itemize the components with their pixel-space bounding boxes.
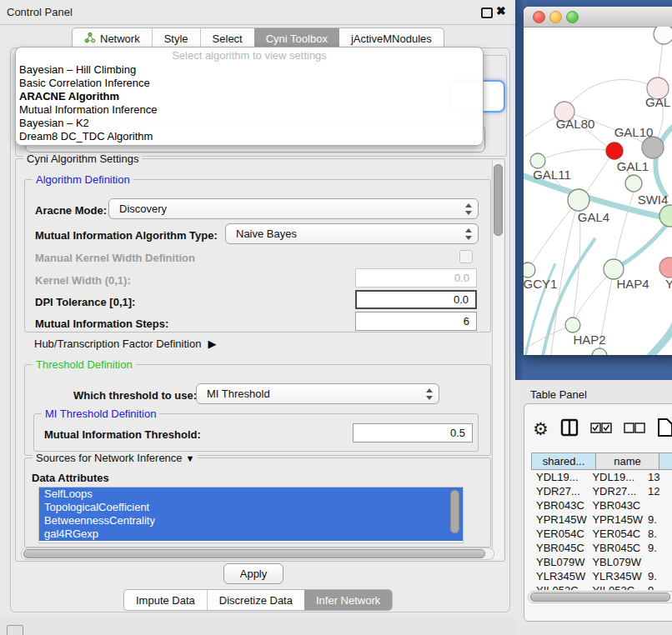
attributes-scrollbar-thumb[interactable] bbox=[450, 490, 459, 533]
cyni-bottom-tabbar: Impute DataDiscretize DataInfer Network bbox=[123, 589, 393, 611]
table-panel-title: Table Panel bbox=[530, 388, 587, 401]
aracne-mode-combo[interactable]: Discovery bbox=[108, 198, 479, 219]
window-title: Control Panel bbox=[7, 6, 73, 18]
tab-jactivemnodules[interactable]: jActiveMNodules bbox=[339, 28, 444, 48]
dropdown-option[interactable]: Bayesian – Hill Climbing bbox=[16, 63, 483, 77]
minimize-traffic-light-icon[interactable] bbox=[549, 11, 562, 23]
network-view-window: GALGAL80GAL10GAL1GAL11GAL4SWI4GCY1HAP4YH… bbox=[524, 7, 672, 355]
column-header-shared[interactable]: shared... bbox=[531, 452, 595, 470]
select-all-icon[interactable] bbox=[590, 422, 612, 437]
attribute-list-item[interactable]: TopologicalCoefficient bbox=[39, 501, 463, 514]
network-edge[interactable] bbox=[538, 149, 606, 161]
close-icon[interactable]: ✖ bbox=[496, 4, 506, 18]
table-cell: 13 bbox=[643, 470, 672, 484]
network-edge[interactable] bbox=[647, 323, 672, 355]
network-node-gal4[interactable] bbox=[568, 189, 589, 211]
settings-hscrollbar[interactable] bbox=[21, 548, 494, 560]
table-hscrollbar[interactable] bbox=[528, 591, 672, 603]
table-row[interactable]: YBR045CYBR045C9. bbox=[531, 541, 672, 555]
kernel-width-field[interactable]: 0.0 bbox=[355, 268, 477, 288]
table-header-row: shared...nameA bbox=[531, 452, 672, 470]
column-header-name[interactable]: name bbox=[595, 452, 659, 470]
tab-infer-network[interactable]: Infer Network bbox=[304, 590, 392, 610]
table-row[interactable]: YDR27...YDR27...12 bbox=[531, 484, 672, 498]
network-edge[interactable] bbox=[529, 200, 579, 269]
tab-impute-data[interactable]: Impute Data bbox=[124, 590, 207, 610]
manual-kernel-checkbox[interactable] bbox=[459, 250, 473, 263]
table-cell: YDL19... bbox=[531, 470, 587, 484]
attribute-list-item[interactable]: BetweennessCentrality bbox=[39, 514, 463, 528]
network-node-label: HAP2 bbox=[573, 332, 605, 347]
settings-scrollbar-thumb[interactable] bbox=[494, 164, 503, 236]
network-node-label: GCY1 bbox=[524, 277, 557, 291]
desktop-background: GALGAL80GAL10GAL1GAL11GAL4SWI4GCY1HAP4YH… bbox=[515, 0, 672, 380]
network-node[interactable] bbox=[654, 27, 672, 44]
tab-label: Style bbox=[164, 32, 188, 45]
network-node-gal10[interactable] bbox=[642, 137, 664, 158]
network-node-swi4[interactable] bbox=[659, 205, 672, 227]
dropdown-option[interactable]: ARACNE Algorithm bbox=[16, 90, 483, 103]
network-node-label: GAL bbox=[645, 95, 670, 109]
close-traffic-light-icon[interactable] bbox=[533, 11, 545, 23]
table-row[interactable]: YER054CYER054C8. bbox=[531, 527, 672, 541]
dropdown-option[interactable]: Mutual Information Inference bbox=[16, 103, 483, 117]
attribute-list-item[interactable]: gal4RGexp bbox=[39, 528, 463, 541]
table-cell bbox=[643, 555, 672, 569]
table-cell: YER054C bbox=[587, 527, 643, 541]
attribute-list-item[interactable]: SelfLoops bbox=[39, 488, 463, 501]
unselect-all-icon[interactable] bbox=[624, 422, 645, 437]
tab-cyni-toolbox[interactable]: Cyni Toolbox bbox=[254, 28, 339, 48]
table-row[interactable]: YPR145WYPR145W9. bbox=[531, 512, 672, 527]
zoom-traffic-light-icon[interactable] bbox=[566, 11, 579, 23]
data-attributes-list[interactable]: SelfLoopsTopologicalCoefficientBetweenne… bbox=[38, 487, 464, 543]
expand-right-icon: ▶ bbox=[208, 338, 216, 350]
network-node-y[interactable] bbox=[659, 258, 672, 278]
column-header-a[interactable]: A bbox=[659, 452, 672, 470]
dropdown-option[interactable]: Bayesian – K2 bbox=[16, 117, 483, 130]
sources-title-label: Sources for Network Inference bbox=[36, 452, 183, 464]
apply-button[interactable]: Apply bbox=[223, 563, 283, 584]
network-node-label: Y bbox=[665, 277, 672, 291]
settings-hscrollbar-thumb[interactable] bbox=[23, 549, 485, 558]
table-row[interactable]: YIL052CYIL052C9. bbox=[531, 583, 672, 590]
dropdown-option[interactable]: Basic Correlation Inference bbox=[16, 77, 483, 90]
settings-scrollbar[interactable] bbox=[492, 161, 504, 559]
table-row[interactable]: YDL19...YDL19...13 bbox=[531, 470, 672, 484]
table-cell: 8. bbox=[643, 527, 672, 541]
tab-discretize-data[interactable]: Discretize Data bbox=[207, 590, 304, 610]
network-edge[interactable] bbox=[655, 123, 672, 198]
mi-steps-field[interactable]: 6 bbox=[355, 312, 477, 331]
tab-select[interactable]: Select bbox=[200, 28, 254, 48]
network-window-titlebar[interactable] bbox=[524, 7, 672, 28]
network-canvas[interactable]: GALGAL80GAL10GAL1GAL11GAL4SWI4GCY1HAP4YH… bbox=[524, 27, 672, 355]
table-hscrollbar-thumb[interactable] bbox=[530, 592, 670, 602]
network-node-hap2[interactable] bbox=[565, 318, 580, 332]
network-node[interactable] bbox=[606, 142, 623, 159]
kernel-width-label: Kernel Width (0,1): bbox=[35, 274, 131, 287]
table-cell: YLR345W bbox=[587, 569, 643, 583]
network-node-gcy1[interactable] bbox=[524, 262, 535, 278]
network-node-gal1[interactable] bbox=[625, 175, 642, 192]
network-node[interactable] bbox=[592, 348, 607, 355]
new-table-icon[interactable] bbox=[657, 418, 672, 441]
table-cell: YDR27... bbox=[587, 484, 643, 498]
table-row[interactable]: YLR345WYLR345W9. bbox=[531, 569, 672, 583]
network-node-label: GAL80 bbox=[556, 117, 595, 131]
table-settings-gear-icon[interactable]: ⚙ bbox=[533, 420, 549, 438]
hub-definition-toggle[interactable]: Hub/Transcription Factor Definition▶ bbox=[34, 338, 216, 350]
dropdown-option[interactable]: Dream8 DC_TDC Algorithm bbox=[16, 130, 483, 143]
dpi-tolerance-field[interactable]: 0.0 bbox=[355, 290, 477, 309]
panel-corner-button[interactable] bbox=[7, 625, 23, 635]
tab-style[interactable]: Style bbox=[152, 28, 200, 48]
table-toolbar: ⚙ bbox=[533, 418, 672, 441]
mi-threshold-field[interactable]: 0.5 bbox=[353, 423, 473, 442]
split-pane-icon[interactable] bbox=[560, 418, 579, 440]
mi-type-combo[interactable]: Naive Bayes bbox=[225, 223, 479, 244]
table-row[interactable]: YBR043CYBR043C bbox=[531, 498, 672, 512]
which-threshold-combo[interactable]: MI Threshold bbox=[196, 383, 439, 404]
network-node-gal11[interactable] bbox=[530, 153, 545, 168]
sources-group-title[interactable]: Sources for Network Inference▼ bbox=[33, 452, 198, 464]
table-row[interactable]: YBL079WYBL079W bbox=[531, 555, 672, 569]
float-window-icon[interactable] bbox=[481, 8, 493, 18]
tab-network[interactable]: Network bbox=[73, 28, 152, 48]
